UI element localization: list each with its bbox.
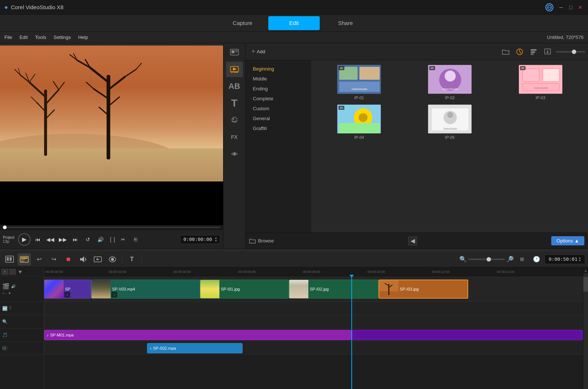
restore-button[interactable]: □ [567, 4, 574, 11]
tl-timecode-value: 0:00:50:01 [549, 256, 577, 262]
zoom-out-icon[interactable]: 🔍 [459, 256, 467, 263]
thumbnail-ip05[interactable]: VideoStudio IP-05 [407, 104, 493, 140]
play-button[interactable]: ▶ [18, 233, 31, 246]
skip-start-button[interactable]: ⏮ [33, 234, 43, 245]
add-button[interactable]: + Add [248, 46, 268, 57]
tl-fit-button[interactable]: ⊞ [515, 253, 528, 266]
menu-settings[interactable]: Settings [54, 35, 71, 40]
category-ending[interactable]: Ending [245, 84, 311, 94]
scroll-track[interactable] [583, 273, 588, 389]
thumbnail-ip03[interactable]: 4K VideoStudio IP-03 [497, 65, 584, 100]
category-custom[interactable]: Custom [245, 104, 311, 114]
video-track-btn-row: 🔊 [11, 284, 15, 288]
tl-title-button[interactable]: T [125, 253, 139, 266]
menu-tools[interactable]: Tools [35, 35, 46, 40]
sidebar-transitions-icon[interactable] [226, 146, 243, 162]
tl-clock-button[interactable]: 🕐 [530, 253, 543, 266]
copy-button[interactable]: ⎘ [130, 234, 141, 245]
tl-redo-button[interactable]: ↪ [47, 253, 60, 266]
tl-audio-button[interactable] [76, 253, 90, 266]
tab-share[interactable]: Share [320, 16, 371, 30]
loop-button[interactable]: ↺ [83, 234, 93, 245]
scrubber-head[interactable] [3, 226, 7, 229]
clip-sp[interactable]: SP ♪ [44, 280, 91, 299]
clip-sps02-label: SP-S02.mpa [153, 346, 176, 350]
project-label: Project [3, 235, 14, 239]
video-track-mute-icon[interactable]: 🔊 [11, 284, 15, 288]
sidebar-instant-project-icon[interactable] [226, 62, 243, 77]
zoom-thumb[interactable] [572, 50, 576, 54]
minimize-button[interactable]: ─ [558, 4, 564, 11]
tl-undo-button[interactable]: ↩ [32, 253, 46, 266]
scroll-thumb[interactable] [583, 277, 588, 292]
thumb-label-ip02: IP-02 [445, 96, 455, 100]
clip-spm01[interactable]: ♪ SP-M01.mpa [44, 330, 351, 340]
options-button[interactable]: Options ▲ [551, 236, 584, 245]
skip-end-button[interactable]: ⏭ [70, 234, 80, 245]
library-icon[interactable] [514, 46, 526, 58]
tab-capture[interactable]: Capture [217, 16, 268, 30]
video-track-down-icon[interactable]: - [6, 291, 7, 295]
zoom-bar-thumb[interactable] [487, 257, 491, 262]
tl-media-button[interactable] [91, 253, 104, 266]
volume-button[interactable]: 🔊 [95, 234, 105, 245]
collapse-button[interactable]: ◀ [408, 237, 417, 245]
category-middle[interactable]: Middle [245, 74, 311, 84]
video-track-expand-icon[interactable]: ▼ [8, 291, 11, 295]
category-general[interactable]: General [245, 114, 311, 123]
timecode-down[interactable]: ▼ [215, 239, 217, 242]
sidebar-graphics-icon[interactable] [226, 112, 243, 128]
scroll-up-button[interactable]: ▲ [583, 267, 588, 273]
import-icon[interactable] [542, 46, 553, 58]
title-bar: ● Corel VideoStudio X8 ─ □ ✕ [0, 0, 588, 15]
close-button[interactable]: ✕ [577, 4, 584, 11]
tl-timeline-button[interactable] [18, 253, 31, 266]
cut-button[interactable]: ✂ [118, 234, 128, 245]
scrubber-track[interactable] [3, 227, 220, 228]
zoom-in-icon[interactable]: 🔎 [506, 256, 514, 263]
clip-spi01[interactable]: SP-I01.jpg [200, 280, 289, 299]
menu-help[interactable]: Help [78, 35, 88, 40]
step-back-button[interactable]: ◀◀ [45, 234, 55, 245]
remove-track-btn[interactable]: - [9, 269, 16, 275]
browse-button[interactable]: Browse [249, 238, 274, 244]
folder-icon[interactable] [500, 46, 512, 58]
globe-icon[interactable] [545, 3, 553, 11]
clip-spm01-ext[interactable] [352, 330, 583, 340]
tl-timecode-down[interactable]: ▼ [579, 259, 581, 262]
video-track-up-icon[interactable]: + [2, 291, 4, 295]
thumbnail-ip01[interactable]: 4K VideoStudio IP-01 [316, 65, 402, 100]
category-graffiti[interactable]: Graffiti [245, 123, 311, 133]
tl-record-button[interactable]: ⏺ [62, 253, 75, 266]
menu-file[interactable]: File [4, 35, 12, 40]
svg-rect-6 [0, 148, 223, 181]
tab-edit[interactable]: Edit [268, 16, 320, 30]
clip-sps02[interactable]: ♪ SP-S02.mpa [147, 343, 243, 353]
sort-icon[interactable] [528, 46, 539, 58]
category-complete[interactable]: Complete [245, 94, 311, 104]
thumbnail-ip04[interactable]: 4K IP-04 [316, 104, 402, 140]
zoom-bar[interactable] [468, 259, 505, 260]
sidebar-fx-icon[interactable]: FX [226, 129, 243, 145]
sidebar-title-icon[interactable]: T [226, 96, 243, 111]
track-arrow-down-icon[interactable]: ▼ [18, 269, 23, 275]
video-track-add-remove: + - ▼ [2, 291, 42, 295]
tl-storyboard-button[interactable] [3, 253, 16, 266]
zoom-slider[interactable] [556, 51, 585, 53]
sidebar-text-icon[interactable]: AB [226, 79, 243, 94]
mark-out-button[interactable]: ] [113, 236, 116, 243]
add-track-btn[interactable]: + [1, 269, 8, 275]
menu-edit[interactable]: Edit [19, 35, 28, 40]
step-forward-button[interactable]: ▶▶ [58, 234, 68, 245]
clip-spv03[interactable]: SP-V03.mp4 ♪ [91, 280, 200, 299]
mark-in-button[interactable]: [ [109, 236, 112, 243]
category-beginning[interactable]: Beginning [245, 64, 311, 74]
clip-spi02[interactable]: SP-I02.jpg [289, 280, 379, 299]
main-area: Project Clip ▶ ⏮ ◀◀ ▶▶ ⏭ ↺ 🔊 [ ] ✂ ⎘ 0:0… [0, 43, 588, 249]
clip-spi03[interactable]: SP-I03.jpg [379, 280, 468, 299]
ruler-mark-2: 00:00:04:00 [173, 270, 238, 274]
tl-mask-button[interactable] [106, 253, 119, 266]
sidebar-media-icon[interactable] [226, 45, 243, 60]
thumbnail-ip02[interactable]: 4K VideoStudio IP-02 [407, 65, 493, 100]
scrubber-bar[interactable] [0, 225, 223, 230]
